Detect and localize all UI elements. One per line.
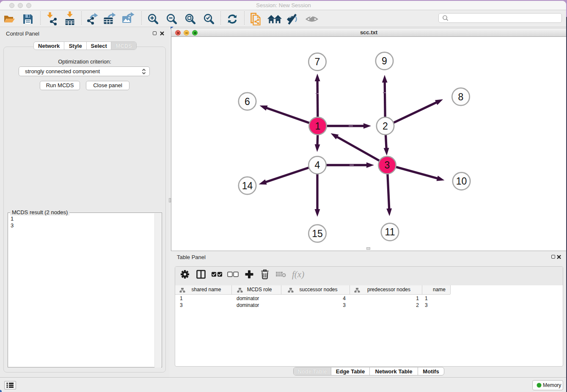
svg-text:7: 7 bbox=[315, 56, 320, 67]
svg-text:4: 4 bbox=[315, 160, 320, 171]
svg-text:1: 1 bbox=[315, 121, 321, 132]
svg-text:14: 14 bbox=[242, 180, 253, 191]
svg-text:11: 11 bbox=[385, 226, 395, 237]
svg-text:8: 8 bbox=[458, 91, 464, 102]
svg-text:9: 9 bbox=[382, 55, 387, 66]
svg-text:15: 15 bbox=[312, 228, 323, 239]
svg-text:3: 3 bbox=[385, 160, 390, 171]
svg-text:10: 10 bbox=[456, 176, 467, 187]
svg-text:6: 6 bbox=[245, 96, 250, 107]
svg-text:f(x): f(x) bbox=[292, 269, 304, 279]
svg-text:2: 2 bbox=[383, 121, 388, 132]
